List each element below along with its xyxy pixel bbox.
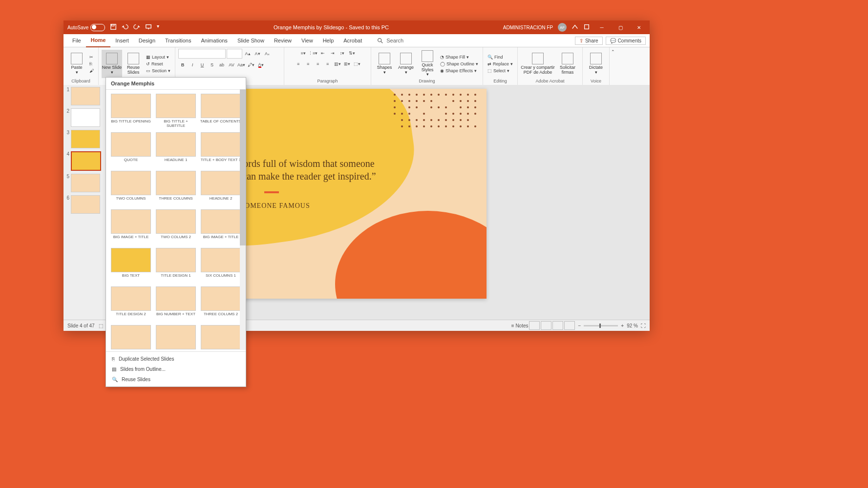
notes-button[interactable]: ≡ Notes (511, 323, 529, 328)
tab-insert[interactable]: Insert (110, 34, 134, 47)
reuse-slides-button[interactable]: Reuse Slides (123, 50, 144, 78)
layout-option[interactable] (155, 325, 197, 351)
autosave-toggle[interactable]: AutoSave (67, 24, 105, 31)
slides-from-outline-item[interactable]: ▤Slides from Outline... (106, 364, 246, 374)
language-indicator[interactable]: ⬚ (99, 323, 103, 328)
layout-option[interactable]: HEADLINE 2 (200, 171, 242, 206)
save-icon[interactable] (110, 23, 117, 31)
cut-button[interactable]: ✂ (88, 54, 95, 60)
slide-thumb-2[interactable]: 2 (64, 108, 105, 127)
tab-acrobat[interactable]: Acrobat (339, 34, 367, 47)
shape-fill-button[interactable]: ◔ Shape Fill ▾ (439, 54, 480, 60)
tab-transitions[interactable]: Transitions (160, 34, 196, 47)
layout-option[interactable]: BIG NUMBER + TEXT (155, 286, 197, 322)
layout-option[interactable]: THREE COLUMS 2 (200, 286, 242, 322)
tab-help[interactable]: Help (318, 34, 339, 47)
layout-option[interactable]: BIG TITTLE OPENING (110, 94, 152, 129)
layout-option[interactable]: TITLE + BODY TEXT 1 (200, 132, 242, 168)
slide-counter[interactable]: Slide 4 of 47 (67, 323, 95, 328)
layout-option[interactable]: BIG TITTLE + SUBTITLE (155, 94, 197, 129)
quick-styles-button[interactable]: Quick Styles▾ (417, 50, 438, 78)
replace-button[interactable]: ⇄ Replace ▾ (486, 61, 514, 67)
font-size-select[interactable] (227, 49, 242, 59)
shape-outline-button[interactable]: ◯ Shape Outline ▾ (439, 61, 480, 67)
ribbon-display-icon[interactable] (572, 23, 578, 31)
dropdown-scrollbar[interactable] (240, 89, 246, 350)
layout-option[interactable]: TWO COLUMS 2 (155, 209, 197, 245)
slide-thumb-4[interactable]: 4 (64, 151, 105, 171)
align-text-button[interactable]: ⊞▾ (343, 60, 352, 68)
align-left-button[interactable]: ≡ (294, 60, 303, 68)
dictate-button[interactable]: Dictate▾ (586, 50, 606, 78)
reset-button[interactable]: ↺ Reset (145, 61, 172, 67)
tab-slideshow[interactable]: Slide Show (233, 34, 269, 47)
comments-button[interactable]: 💬Comments (606, 37, 646, 45)
layout-option[interactable]: TABLE OF CONTENTS (200, 94, 242, 129)
zoom-value[interactable]: 92 % (627, 323, 638, 328)
redo-icon[interactable] (133, 23, 140, 31)
slideshow-view-button[interactable] (564, 321, 575, 330)
indent-dec-button[interactable]: ⇤ (318, 49, 327, 58)
slide-thumb-1[interactable]: 1 (64, 87, 105, 105)
align-right-button[interactable]: ≡ (314, 60, 322, 68)
slide-thumb-3[interactable]: 3 (64, 130, 105, 148)
layout-option[interactable]: QUOTE (110, 132, 152, 168)
layout-option[interactable]: TWO COLUMNS (110, 171, 152, 206)
present-icon[interactable] (145, 23, 152, 31)
align-center-button[interactable]: ≡ (304, 60, 313, 68)
smartart-button[interactable]: ⬚▾ (353, 60, 361, 68)
layout-option[interactable]: HEADLINE 1 (155, 132, 197, 168)
reading-view-button[interactable] (552, 321, 563, 330)
increase-font-icon[interactable]: A▴ (243, 49, 252, 58)
shapes-button[interactable]: Shapes▾ (374, 50, 395, 78)
tab-review[interactable]: Review (269, 34, 296, 47)
new-slide-button[interactable]: New Slide▾ (102, 50, 122, 78)
zoom-slider[interactable] (584, 325, 618, 326)
reuse-slides-item[interactable]: 🔍Reuse Slides (106, 374, 246, 385)
normal-view-button[interactable] (529, 321, 540, 330)
sorter-view-button[interactable] (541, 321, 551, 330)
layout-option[interactable]: SIX COLUMNS 1 (200, 248, 242, 284)
case-button[interactable]: Aa▾ (237, 61, 246, 69)
layout-option[interactable]: THREE COLUMNS (155, 171, 197, 206)
indent-inc-button[interactable]: ⇥ (328, 49, 337, 58)
minimize-button[interactable]: ─ (595, 22, 609, 33)
italic-button[interactable]: I (188, 61, 197, 69)
window-icon[interactable] (583, 23, 590, 31)
layout-option[interactable]: BIG IMAGE + TITLE (200, 209, 242, 245)
tab-file[interactable]: File (67, 34, 86, 47)
avatar[interactable]: AF (558, 23, 567, 32)
undo-icon[interactable] (122, 23, 128, 31)
zoom-out-button[interactable]: − (578, 323, 581, 328)
text-direction-button[interactable]: ⇅▾ (348, 49, 357, 58)
layout-option[interactable]: TITLE DESIGN 2 (110, 286, 152, 322)
shadow-button[interactable]: ab (217, 61, 226, 69)
share-button[interactable]: ⇪Share (575, 37, 603, 45)
columns-button[interactable]: ▥▾ (333, 60, 342, 68)
line-spacing-button[interactable]: ↕▾ (338, 49, 347, 58)
justify-button[interactable]: ≡ (323, 60, 332, 68)
tab-animations[interactable]: Animations (196, 34, 232, 47)
strike-button[interactable]: S (208, 61, 216, 69)
decrease-font-icon[interactable]: A▾ (253, 49, 262, 58)
user-name[interactable]: ADMINISTRACION FP (503, 25, 553, 30)
copy-button[interactable]: ⎘ (88, 61, 95, 67)
slide-thumb-6[interactable]: 6 (64, 195, 105, 214)
select-button[interactable]: ⬚ Select ▾ (486, 68, 514, 74)
format-painter-button[interactable]: 🖌 (88, 68, 95, 74)
shape-effects-button[interactable]: ◉ Shape Effects ▾ (439, 68, 480, 74)
underline-button[interactable]: U (198, 61, 207, 69)
clear-format-icon[interactable]: Aₓ (263, 49, 272, 58)
duplicate-slides-item[interactable]: ⎘Duplicate Selected Slides (106, 354, 246, 364)
layout-button[interactable]: ▦ Layout ▾ (145, 54, 172, 60)
find-button[interactable]: 🔍 Find (486, 54, 514, 60)
slide-panel[interactable]: 1 2 3 4 5 6 (64, 85, 106, 320)
arrange-button[interactable]: Arrange▾ (396, 50, 416, 78)
font-color-button[interactable]: A▾ (256, 61, 265, 69)
bullets-button[interactable]: ≡▾ (299, 49, 308, 58)
paste-button[interactable]: Paste▾ (66, 50, 87, 78)
collapse-ribbon-icon[interactable]: ⌃ (610, 47, 616, 85)
layout-option[interactable]: BIG IMAGE + TITLE (110, 209, 152, 245)
tab-home[interactable]: Home (86, 34, 111, 47)
highlight-button[interactable]: 🖍▾ (247, 61, 255, 69)
